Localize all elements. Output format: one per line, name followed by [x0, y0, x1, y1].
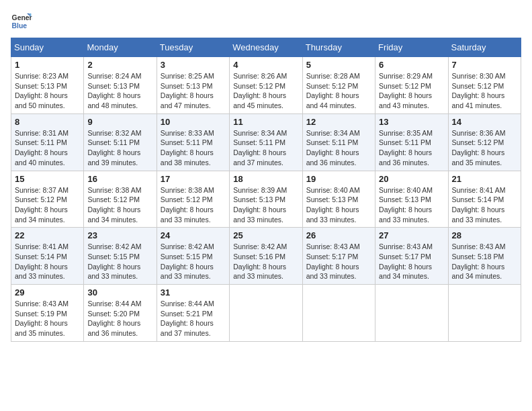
day-info: Sunrise: 8:38 AMSunset: 5:12 PMDaylight:… [87, 186, 141, 224]
day-number: 27 [379, 230, 444, 240]
svg-text:Blue: Blue [12, 22, 28, 30]
column-header-saturday: Saturday [448, 38, 521, 57]
day-number: 4 [233, 60, 298, 70]
day-number: 21 [452, 174, 517, 184]
calendar-cell: 24 Sunrise: 8:42 AMSunset: 5:15 PMDaylig… [157, 228, 229, 285]
calendar-cell: 15 Sunrise: 8:37 AMSunset: 5:12 PMDaylig… [11, 171, 84, 228]
day-info: Sunrise: 8:43 AMSunset: 5:17 PMDaylight:… [306, 242, 360, 280]
column-header-monday: Monday [84, 38, 157, 57]
day-number: 29 [15, 287, 80, 298]
calendar-cell: 7 Sunrise: 8:30 AMSunset: 5:12 PMDayligh… [448, 57, 521, 114]
calendar-cell: 22 Sunrise: 8:41 AMSunset: 5:14 PMDaylig… [11, 228, 84, 285]
calendar-cell: 29 Sunrise: 8:43 AMSunset: 5:19 PMDaylig… [11, 285, 84, 342]
calendar-cell: 17 Sunrise: 8:38 AMSunset: 5:12 PMDaylig… [157, 171, 229, 228]
day-number: 11 [233, 117, 298, 127]
calendar-cell: 21 Sunrise: 8:41 AMSunset: 5:14 PMDaylig… [448, 171, 521, 228]
day-info: Sunrise: 8:28 AMSunset: 5:12 PMDaylight:… [306, 72, 360, 109]
day-info: Sunrise: 8:38 AMSunset: 5:12 PMDaylight:… [161, 186, 214, 224]
day-number: 26 [306, 230, 371, 240]
day-info: Sunrise: 8:34 AMSunset: 5:11 PMDaylight:… [233, 129, 287, 167]
calendar-cell: 1 Sunrise: 8:23 AMSunset: 5:13 PMDayligh… [11, 57, 84, 114]
day-number: 20 [379, 174, 444, 184]
day-info: Sunrise: 8:44 AMSunset: 5:20 PMDaylight:… [87, 300, 141, 337]
day-info: Sunrise: 8:26 AMSunset: 5:12 PMDaylight:… [233, 72, 287, 109]
calendar-cell [302, 285, 375, 342]
logo: General Blue [11, 11, 32, 32]
day-number: 17 [161, 174, 226, 184]
calendar-cell: 30 Sunrise: 8:44 AMSunset: 5:20 PMDaylig… [84, 285, 157, 342]
day-info: Sunrise: 8:30 AMSunset: 5:12 PMDaylight:… [452, 72, 506, 109]
calendar-cell: 20 Sunrise: 8:40 AMSunset: 5:13 PMDaylig… [375, 171, 448, 228]
calendar-cell: 23 Sunrise: 8:42 AMSunset: 5:15 PMDaylig… [84, 228, 157, 285]
calendar-cell: 4 Sunrise: 8:26 AMSunset: 5:12 PMDayligh… [230, 57, 302, 114]
calendar-cell: 18 Sunrise: 8:39 AMSunset: 5:13 PMDaylig… [230, 171, 302, 228]
day-number: 15 [15, 174, 80, 184]
day-number: 31 [161, 287, 226, 298]
calendar-cell: 31 Sunrise: 8:44 AMSunset: 5:21 PMDaylig… [157, 285, 229, 342]
day-info: Sunrise: 8:44 AMSunset: 5:21 PMDaylight:… [161, 300, 214, 337]
day-info: Sunrise: 8:37 AMSunset: 5:12 PMDaylight:… [15, 186, 69, 224]
day-info: Sunrise: 8:32 AMSunset: 5:11 PMDaylight:… [87, 129, 141, 167]
day-info: Sunrise: 8:24 AMSunset: 5:13 PMDaylight:… [87, 72, 141, 109]
column-header-sunday: Sunday [11, 38, 84, 57]
day-number: 24 [161, 230, 226, 240]
calendar-cell: 25 Sunrise: 8:42 AMSunset: 5:16 PMDaylig… [230, 228, 302, 285]
day-info: Sunrise: 8:42 AMSunset: 5:16 PMDaylight:… [233, 242, 287, 280]
calendar-cell: 2 Sunrise: 8:24 AMSunset: 5:13 PMDayligh… [84, 57, 157, 114]
day-info: Sunrise: 8:42 AMSunset: 5:15 PMDaylight:… [87, 242, 141, 280]
calendar-cell: 13 Sunrise: 8:35 AMSunset: 5:11 PMDaylig… [375, 113, 448, 171]
calendar-cell: 6 Sunrise: 8:29 AMSunset: 5:12 PMDayligh… [375, 57, 448, 114]
page-header: General Blue [11, 11, 521, 32]
day-info: Sunrise: 8:41 AMSunset: 5:14 PMDaylight:… [15, 242, 69, 280]
day-info: Sunrise: 8:43 AMSunset: 5:17 PMDaylight:… [379, 242, 433, 280]
day-info: Sunrise: 8:33 AMSunset: 5:11 PMDaylight:… [161, 129, 214, 167]
day-number: 6 [379, 60, 444, 70]
calendar-cell [375, 285, 448, 342]
day-number: 18 [233, 174, 298, 184]
calendar-week-5: 29 Sunrise: 8:43 AMSunset: 5:19 PMDaylig… [11, 285, 521, 342]
day-info: Sunrise: 8:23 AMSunset: 5:13 PMDaylight:… [15, 72, 69, 109]
calendar-cell: 3 Sunrise: 8:25 AMSunset: 5:13 PMDayligh… [157, 57, 229, 114]
column-header-wednesday: Wednesday [230, 38, 302, 57]
day-info: Sunrise: 8:31 AMSunset: 5:11 PMDaylight:… [15, 129, 69, 167]
day-info: Sunrise: 8:42 AMSunset: 5:15 PMDaylight:… [161, 242, 214, 280]
calendar-header-row: SundayMondayTuesdayWednesdayThursdayFrid… [11, 38, 521, 57]
calendar-week-4: 22 Sunrise: 8:41 AMSunset: 5:14 PMDaylig… [11, 228, 521, 285]
day-number: 7 [452, 60, 517, 70]
day-number: 28 [452, 230, 517, 240]
calendar-cell: 19 Sunrise: 8:40 AMSunset: 5:13 PMDaylig… [302, 171, 375, 228]
column-header-friday: Friday [375, 38, 448, 57]
calendar-cell [230, 285, 302, 342]
day-info: Sunrise: 8:40 AMSunset: 5:13 PMDaylight:… [306, 186, 360, 224]
calendar-cell [448, 285, 521, 342]
day-number: 3 [161, 60, 226, 70]
day-number: 12 [306, 117, 371, 127]
svg-text:General: General [12, 14, 32, 21]
calendar-cell: 26 Sunrise: 8:43 AMSunset: 5:17 PMDaylig… [302, 228, 375, 285]
day-number: 19 [306, 174, 371, 184]
calendar-cell: 5 Sunrise: 8:28 AMSunset: 5:12 PMDayligh… [302, 57, 375, 114]
calendar-table: SundayMondayTuesdayWednesdayThursdayFrid… [11, 38, 521, 342]
day-info: Sunrise: 8:25 AMSunset: 5:13 PMDaylight:… [161, 72, 214, 109]
calendar-cell: 28 Sunrise: 8:43 AMSunset: 5:18 PMDaylig… [448, 228, 521, 285]
calendar-cell: 11 Sunrise: 8:34 AMSunset: 5:11 PMDaylig… [230, 113, 302, 171]
calendar-week-1: 1 Sunrise: 8:23 AMSunset: 5:13 PMDayligh… [11, 57, 521, 114]
day-number: 30 [87, 287, 152, 298]
calendar-cell: 27 Sunrise: 8:43 AMSunset: 5:17 PMDaylig… [375, 228, 448, 285]
calendar-cell: 14 Sunrise: 8:36 AMSunset: 5:12 PMDaylig… [448, 113, 521, 171]
day-info: Sunrise: 8:35 AMSunset: 5:11 PMDaylight:… [379, 129, 433, 167]
day-number: 8 [15, 117, 80, 127]
day-number: 2 [87, 60, 152, 70]
day-number: 25 [233, 230, 298, 240]
day-info: Sunrise: 8:34 AMSunset: 5:11 PMDaylight:… [306, 129, 360, 167]
calendar-cell: 10 Sunrise: 8:33 AMSunset: 5:11 PMDaylig… [157, 113, 229, 171]
calendar-cell: 9 Sunrise: 8:32 AMSunset: 5:11 PMDayligh… [84, 113, 157, 171]
column-header-tuesday: Tuesday [157, 38, 229, 57]
day-number: 23 [87, 230, 152, 240]
day-info: Sunrise: 8:43 AMSunset: 5:19 PMDaylight:… [15, 300, 69, 337]
day-number: 16 [87, 174, 152, 184]
logo-icon: General Blue [11, 11, 32, 32]
day-info: Sunrise: 8:39 AMSunset: 5:13 PMDaylight:… [233, 186, 287, 224]
day-number: 14 [452, 117, 517, 127]
day-number: 5 [306, 60, 371, 70]
